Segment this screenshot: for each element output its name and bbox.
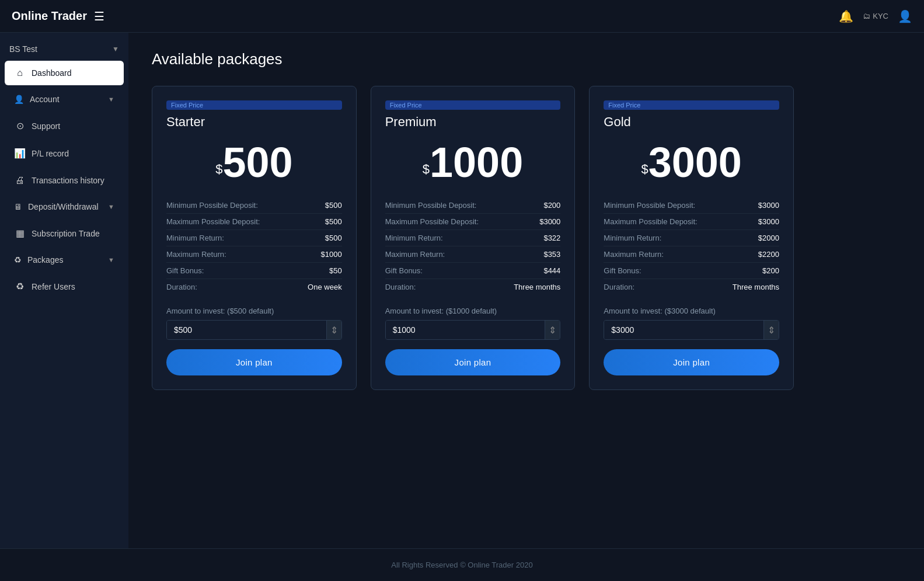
package-name: Premium [385,114,561,130]
join-plan-button[interactable]: Join plan [166,349,342,375]
detail-label: Minimum Possible Deposit: [385,201,477,210]
amount-input[interactable] [386,321,545,339]
detail-label: Maximum Possible Deposit: [385,217,479,226]
package-price: $3000 [604,141,779,183]
detail-row: Gift Bonus: $444 [385,263,561,279]
app-title: Online Trader [12,9,87,23]
detail-row: Minimum Return: $500 [166,230,342,246]
sidebar-item-account[interactable]: 👤 Account ▼ [5,88,124,111]
sidebar-item-deposit[interactable]: 🖥 Deposit/Withdrawal ▼ [5,195,124,218]
detail-label: Minimum Possible Deposit: [604,201,695,210]
price-dollar-sign: $ [641,162,648,176]
join-plan-button[interactable]: Join plan [385,349,561,375]
detail-value: $3000 [758,217,779,226]
subscription-icon: ▦ [14,228,26,239]
sidebar: BS Test ▼ ⌂ Dashboard 👤 Account ▼ ⊙ Supp… [0,33,128,548]
detail-label: Minimum Return: [166,234,224,242]
detail-label: Duration: [166,283,197,291]
topnav: Online Trader ☰ 🔔 🗂 KYC 👤 [0,0,924,33]
sidebar-support-label: Support [32,121,60,131]
sidebar-item-refer[interactable]: ♻ Refer Users [5,274,124,299]
sidebar-user[interactable]: BS Test ▼ [0,39,128,60]
sidebar-packages-label: Packages [27,255,63,265]
detail-value: One week [308,283,342,291]
sidebar-item-dashboard[interactable]: ⌂ Dashboard [5,61,124,85]
user-icon[interactable]: 👤 [898,9,912,23]
amount-spinner[interactable]: ⇕ [763,321,779,339]
account-icon: 👤 [14,95,24,104]
price-amount: 500 [222,139,292,186]
page-title: Available packages [152,50,901,68]
sidebar-item-support[interactable]: ⊙ Support [5,113,124,138]
chart-icon: 📊 [14,148,26,159]
main-content: Available packages Fixed Price Starter $… [128,33,924,548]
detail-row: Minimum Possible Deposit: $500 [166,197,342,214]
sidebar-item-subscription[interactable]: ▦ Subscription Trade [5,221,124,246]
detail-value: Three months [514,283,560,291]
fixed-price-badge: Fixed Price [604,100,779,110]
detail-value: $1000 [321,250,342,259]
detail-row: Duration: Three months [604,279,779,295]
detail-value: $500 [325,217,342,226]
transactions-icon: 🖨 [14,175,26,186]
join-plan-button[interactable]: Join plan [604,349,779,375]
detail-row: Maximum Possible Deposit: $500 [166,214,342,230]
package-name: Gold [604,114,779,130]
sidebar-item-transactions[interactable]: 🖨 Transactions history [5,168,124,193]
detail-row: Maximum Possible Deposit: $3000 [604,214,779,230]
kyc-label: KYC [873,12,888,20]
detail-label: Duration: [604,283,634,291]
package-card-premium: Fixed Price Premium $1000 Minimum Possib… [371,86,576,390]
package-details: Minimum Possible Deposit: $500 Maximum P… [166,197,342,295]
package-card-gold: Fixed Price Gold $3000 Minimum Possible … [589,86,794,390]
detail-label: Gift Bonus: [604,266,641,275]
detail-row: Duration: Three months [385,279,561,295]
packages-icon: ♻ [14,255,22,265]
detail-label: Minimum Return: [604,234,661,242]
detail-row: Maximum Return: $353 [385,246,561,263]
price-amount: 3000 [648,139,742,186]
amount-label: Amount to invest: ($3000 default) [604,307,779,315]
detail-value: Three months [733,283,779,291]
detail-value: $200 [762,266,779,275]
sidebar-item-packages[interactable]: ♻ Packages ▼ [5,248,124,272]
fixed-price-badge: Fixed Price [166,100,342,110]
account-chevron: ▼ [108,96,114,103]
detail-label: Maximum Return: [385,250,445,259]
kyc-badge[interactable]: 🗂 KYC [863,12,888,20]
detail-label: Maximum Return: [166,250,226,259]
price-dollar-sign: $ [215,162,222,176]
detail-label: Maximum Possible Deposit: [166,217,260,226]
detail-value: $322 [543,234,560,242]
detail-value: $3000 [539,217,560,226]
amount-section: Amount to invest: ($500 default) ⇕ Join … [166,307,342,375]
sidebar-deposit-label: Deposit/Withdrawal [28,202,99,211]
detail-value: $500 [325,201,342,210]
amount-input[interactable] [167,321,326,339]
layout: BS Test ▼ ⌂ Dashboard 👤 Account ▼ ⊙ Supp… [0,33,924,548]
amount-input-wrapper: ⇕ [604,320,779,340]
sidebar-dashboard-label: Dashboard [32,68,72,78]
bell-icon[interactable]: 🔔 [839,9,853,23]
topnav-left: Online Trader ☰ [12,9,104,23]
amount-section: Amount to invest: ($1000 default) ⇕ Join… [385,307,561,375]
package-price: $1000 [385,141,561,183]
detail-row: Maximum Return: $2200 [604,246,779,263]
fixed-price-badge: Fixed Price [385,100,561,110]
detail-row: Duration: One week [166,279,342,295]
detail-label: Maximum Return: [604,250,664,259]
package-details: Minimum Possible Deposit: $3000 Maximum … [604,197,779,295]
hamburger-icon[interactable]: ☰ [94,9,104,23]
packages-grid: Fixed Price Starter $500 Minimum Possibl… [152,86,794,390]
detail-row: Minimum Possible Deposit: $200 [385,197,561,214]
amount-input[interactable] [604,321,763,339]
detail-value: $444 [543,266,560,275]
amount-label: Amount to invest: ($1000 default) [385,307,561,315]
footer-text: All Rights Reserved © Online Trader 2020 [391,561,532,569]
amount-input-wrapper: ⇕ [166,320,342,340]
amount-spinner[interactable]: ⇕ [326,321,341,339]
sidebar-item-pl-record[interactable]: 📊 P/L record [5,141,124,166]
amount-spinner[interactable]: ⇕ [545,321,560,339]
detail-value: $353 [543,250,560,259]
sidebar-subscription-label: Subscription Trade [32,229,100,238]
